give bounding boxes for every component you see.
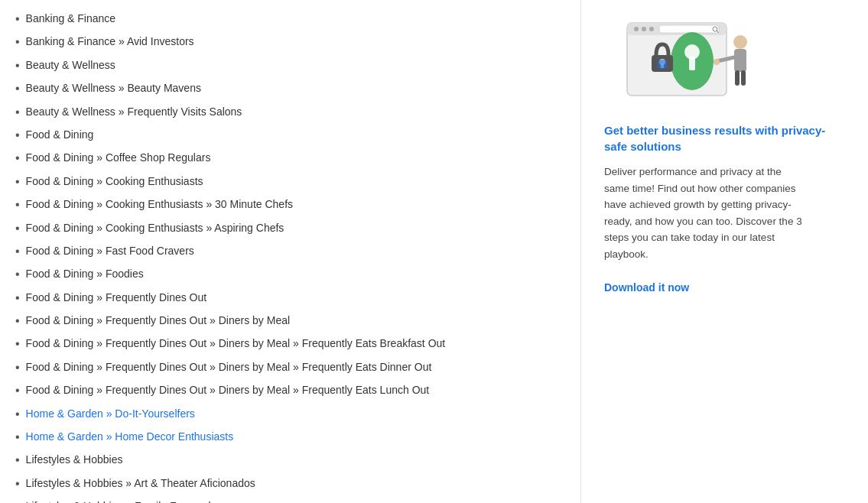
bullet-icon: •	[15, 313, 20, 329]
download-link[interactable]: Download it now	[604, 281, 689, 294]
list-item: •Food & Dining » Cooking Enthusiasts	[15, 170, 565, 193]
item-label: Food & Dining » Frequently Dines Out » D…	[26, 382, 430, 398]
list-item: •Beauty & Wellness » Beauty Mavens	[15, 77, 565, 100]
list-item: •Food & Dining	[15, 124, 565, 147]
item-label: Food & Dining » Foodies	[26, 266, 144, 282]
list-item: •Food & Dining » Frequently Dines Out » …	[15, 356, 565, 379]
item-label[interactable]: Home & Garden » Do-It-Yourselfers	[26, 406, 195, 422]
bullet-icon: •	[15, 382, 20, 399]
category-list: •Banking & Finance•Banking & Finance » A…	[15, 8, 565, 503]
list-item: •Food & Dining » Coffee Shop Regulars	[15, 147, 565, 170]
right-panel: Get better business results with privacy…	[581, 0, 868, 503]
bullet-icon: •	[15, 11, 20, 28]
item-label: Beauty & Wellness » Beauty Mavens	[26, 80, 201, 96]
svg-point-2	[634, 27, 639, 31]
item-label: Food & Dining » Frequently Dines Out » D…	[26, 336, 446, 352]
bullet-icon: •	[15, 220, 20, 237]
bullet-icon: •	[15, 429, 20, 446]
svg-point-3	[642, 27, 646, 31]
item-label: Food & Dining » Frequently Dines Out » D…	[26, 313, 291, 329]
promo-description: Deliver performance and privacy at the s…	[604, 164, 803, 263]
item-label: Food & Dining » Cooking Enthusiasts » As…	[26, 220, 284, 236]
bullet-icon: •	[15, 452, 20, 469]
bullet-icon: •	[15, 406, 20, 423]
bullet-icon: •	[15, 104, 20, 121]
bullet-icon: •	[15, 336, 20, 352]
bullet-icon: •	[15, 266, 20, 283]
item-label: Food & Dining » Fast Food Cravers	[26, 243, 194, 259]
left-panel: •Banking & Finance•Banking & Finance » A…	[0, 0, 581, 503]
list-item: •Food & Dining » Cooking Enthusiasts » A…	[15, 217, 565, 240]
bullet-icon: •	[15, 359, 20, 376]
list-item: •Home & Garden » Do-It-Yourselfers	[15, 403, 565, 426]
item-label: Lifestyles & Hobbies » Art & Theater Afi…	[26, 475, 255, 492]
bullet-icon: •	[15, 57, 20, 74]
item-label: Food & Dining » Frequently Dines Out » D…	[26, 359, 432, 375]
item-label: Beauty & Wellness » Frequently Visits Sa…	[26, 104, 242, 120]
bullet-icon: •	[15, 127, 20, 144]
illustration	[604, 15, 772, 107]
item-label: Food & Dining » Coffee Shop Regulars	[26, 150, 211, 166]
item-label: Food & Dining » Frequently Dines Out	[26, 290, 207, 306]
item-label: Food & Dining » Cooking Enthusiasts	[26, 174, 203, 190]
list-item: •Home & Garden » Home Decor Enthusiasts	[15, 426, 565, 449]
bullet-icon: •	[15, 243, 20, 260]
list-item: •Banking & Finance » Avid Investors	[15, 31, 565, 54]
promo-title[interactable]: Get better business results with privacy…	[604, 122, 845, 154]
item-label: Lifestyles & Hobbies » Family-Focused	[26, 498, 211, 503]
item-label: Food & Dining » Cooking Enthusiasts » 30…	[26, 196, 293, 213]
svg-point-4	[649, 27, 654, 31]
bullet-icon: •	[15, 498, 20, 503]
list-item: •Lifestyles & Hobbies » Art & Theater Af…	[15, 472, 565, 495]
bullet-icon: •	[15, 290, 20, 307]
bullet-icon: •	[15, 174, 20, 190]
list-item: •Banking & Finance	[15, 8, 565, 31]
list-item: •Food & Dining » Frequently Dines Out	[15, 287, 565, 310]
list-item: •Lifestyles & Hobbies » Family-Focused	[15, 495, 565, 503]
svg-rect-15	[734, 49, 746, 72]
svg-point-19	[714, 59, 720, 65]
list-item: •Food & Dining » Foodies	[15, 263, 565, 286]
bullet-icon: •	[15, 80, 20, 97]
item-label: Banking & Finance » Avid Investors	[26, 34, 194, 50]
svg-rect-16	[735, 70, 740, 86]
item-label: Lifestyles & Hobbies	[26, 452, 123, 468]
bullet-icon: •	[15, 475, 20, 492]
list-item: •Beauty & Wellness	[15, 54, 565, 77]
item-label: Food & Dining	[26, 127, 94, 143]
list-item: •Food & Dining » Frequently Dines Out » …	[15, 379, 565, 402]
item-label[interactable]: Home & Garden » Home Decor Enthusiasts	[26, 429, 234, 445]
svg-point-14	[733, 35, 747, 49]
svg-rect-5	[659, 25, 719, 33]
svg-rect-17	[741, 70, 746, 86]
list-item: •Food & Dining » Frequently Dines Out » …	[15, 310, 565, 333]
list-item: •Food & Dining » Fast Food Cravers	[15, 240, 565, 263]
svg-rect-10	[689, 57, 695, 70]
list-item: •Food & Dining » Frequently Dines Out » …	[15, 333, 565, 355]
bullet-icon: •	[15, 150, 20, 167]
item-label: Beauty & Wellness	[26, 57, 115, 73]
item-label: Banking & Finance	[26, 11, 116, 27]
list-item: •Beauty & Wellness » Frequently Visits S…	[15, 101, 565, 124]
list-item: •Food & Dining » Cooking Enthusiasts » 3…	[15, 193, 565, 216]
bullet-icon: •	[15, 196, 20, 213]
list-item: •Lifestyles & Hobbies	[15, 449, 565, 472]
bullet-icon: •	[15, 34, 20, 50]
